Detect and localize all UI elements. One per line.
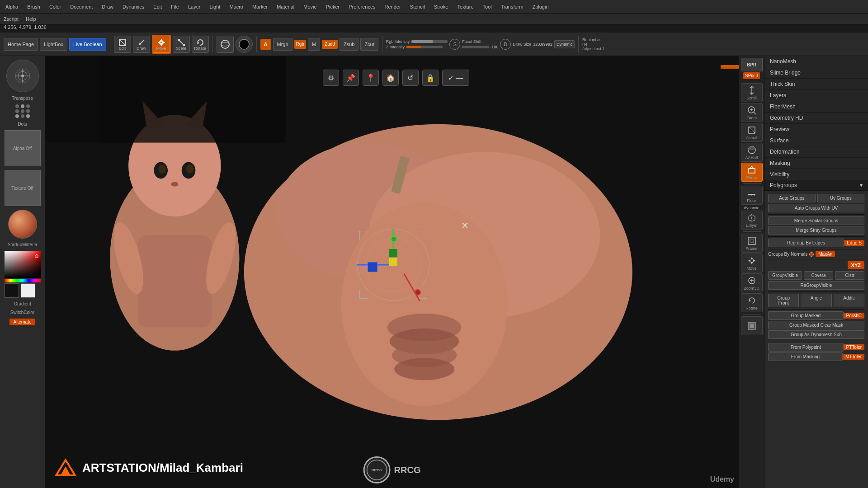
spix-button[interactable]: SPix 3 [743, 72, 760, 79]
d-circle-button[interactable]: D [500, 39, 511, 50]
group-visible-button[interactable]: GroupVisible [768, 271, 802, 280]
menu-document[interactable]: Document [68, 3, 94, 10]
rgb-active-button[interactable]: Rgb [294, 40, 306, 49]
actual-button[interactable]: Actual [741, 123, 763, 142]
auto-groups-with-uv-button[interactable]: Auto Groups With UV [768, 204, 864, 212]
transform-gizmo[interactable] [357, 229, 429, 301]
group-as-dynamesh-button[interactable]: Group As Dynamesh Sub [768, 330, 864, 339]
bpr-button[interactable]: BPR [741, 58, 763, 71]
menu-macro[interactable]: Macro [227, 3, 245, 10]
max-an-value[interactable]: MaxAn [816, 251, 835, 257]
edit-button[interactable]: Edit [114, 36, 131, 53]
angle-button[interactable]: Angle [801, 294, 831, 307]
preview-nav-item[interactable]: Preview [764, 124, 868, 135]
a-mode-button[interactable]: A [260, 39, 271, 50]
menu-zplugin[interactable]: Zplugin [530, 3, 550, 10]
polygroups-section-header[interactable]: Polygroups ▾ [764, 180, 868, 191]
visibility-nav-item[interactable]: Visibility [764, 169, 868, 180]
merge-stray-button[interactable]: Merge Stray Groups [768, 226, 864, 235]
menu-edit[interactable]: Edit [151, 3, 164, 10]
scale-button[interactable]: Scale [173, 36, 190, 53]
menu-picker[interactable]: Picker [324, 3, 342, 10]
lock-icon-button[interactable]: 🔒 [422, 70, 439, 86]
floor-button[interactable]: Floor [741, 186, 763, 205]
lightbox-button[interactable]: LightBox [40, 38, 67, 51]
alpha-off-box[interactable]: Alpha Off [5, 130, 41, 166]
frame-button[interactable]: Frame [741, 234, 763, 253]
scroll-button[interactable]: Scroll [741, 83, 763, 102]
alternate-button[interactable]: Alternate [9, 319, 35, 325]
menu-tool[interactable]: Tool [481, 3, 494, 10]
gizmo-y-handle[interactable] [389, 249, 397, 257]
home-icon-button[interactable]: 🏠 [382, 70, 399, 86]
from-polypaint-button[interactable]: From Polypaint [768, 343, 844, 352]
regroup-visible-button[interactable]: ReGroupVisible [768, 281, 864, 290]
menu-stroke[interactable]: Stroke [432, 3, 450, 10]
ptoler-value[interactable]: PTToler [844, 344, 864, 350]
gizmo-x-handle[interactable] [368, 262, 377, 272]
geometry-hd-nav-item[interactable]: Geometry HD [764, 113, 868, 124]
edge-s-value[interactable]: Edge S [844, 240, 864, 246]
menu-preferences[interactable]: Preferences [347, 3, 377, 10]
transpose-tool[interactable] [6, 60, 39, 92]
menu-material[interactable]: Material [275, 3, 296, 10]
polishc-value[interactable]: PolishC [844, 313, 864, 319]
surface-nav-item[interactable]: Surface [764, 135, 868, 146]
zoom3d-button[interactable]: Zoom3D [741, 273, 763, 292]
menu-stencil[interactable]: Stencil [408, 3, 427, 10]
move-view-button[interactable]: Move [741, 253, 763, 272]
menu-brush[interactable]: Brush [25, 3, 42, 10]
sphere-tool-button[interactable] [217, 36, 234, 53]
fibermesh-nav-item[interactable]: FiberMesh [764, 101, 868, 113]
menu-alpha[interactable]: Alpha [4, 3, 20, 10]
lsym-button[interactable]: L.Sym [741, 211, 763, 230]
additi-button[interactable]: Additi [834, 294, 864, 307]
layers-nav-item[interactable]: Layers [764, 90, 868, 101]
zoom-button[interactable]: Zoom [741, 103, 763, 122]
fill-button[interactable] [741, 316, 763, 335]
menu-render[interactable]: Render [383, 3, 403, 10]
color-gradient[interactable] [5, 251, 41, 278]
brush-sphere-button[interactable] [236, 36, 253, 53]
group-masked-button[interactable]: Group Masked [768, 311, 844, 320]
rotate-button[interactable]: Rotate [192, 36, 209, 53]
persp-button[interactable]: Persp [741, 163, 763, 182]
group-masked-clear-mask-button[interactable]: Group Masked Clear Mask [768, 321, 864, 329]
check-icon-button[interactable]: ✓ — [442, 70, 469, 86]
nanomesh-nav-item[interactable]: NanoMesh [764, 56, 868, 67]
from-masking-button[interactable]: From Masking [768, 352, 843, 361]
covera-button[interactable]: Covera [804, 271, 833, 280]
menu-dynamics[interactable]: Dynamics [121, 3, 146, 10]
s-circle-button[interactable]: S [449, 39, 460, 50]
menu-marker[interactable]: Marker [250, 3, 269, 10]
mtoler-value[interactable]: MTToler [843, 354, 864, 360]
viewport[interactable]: ⚙ 📌 📍 🏠 ↺ 🔒 ✓ — [45, 56, 739, 488]
z-intensity-slider[interactable] [406, 46, 443, 48]
menu-draw[interactable]: Draw [100, 3, 115, 10]
menu-file[interactable]: File [169, 3, 181, 10]
deformation-nav-item[interactable]: Deformation [764, 146, 868, 158]
menu-texture[interactable]: Texture [455, 3, 475, 10]
gizmo-center-handle[interactable] [389, 258, 397, 266]
settings-icon-button[interactable]: ⚙ [323, 70, 339, 86]
black-swatch[interactable] [5, 283, 19, 298]
aahalf-button[interactable]: AAHalf [741, 143, 763, 162]
xyz-button[interactable]: XYZ [848, 261, 864, 269]
menu-layer[interactable]: Layer [186, 3, 203, 10]
m-button[interactable]: M [308, 38, 320, 51]
pin-icon-button[interactable]: 📌 [343, 70, 359, 86]
group-front-button[interactable]: Group Front [768, 294, 799, 307]
location-icon-button[interactable]: 📍 [363, 70, 379, 86]
auto-groups-button[interactable]: Auto Groups [768, 194, 816, 202]
rgb-intensity-slider[interactable] [411, 40, 448, 43]
move-button[interactable]: Move [153, 36, 170, 53]
menu-help[interactable]: Help [26, 16, 36, 22]
zsub-button[interactable]: Zsub [340, 38, 359, 51]
rotate-view-button[interactable]: Rotate [741, 293, 763, 312]
menu-color[interactable]: Color [47, 3, 63, 10]
regroup-edges-button[interactable]: Regroup By Edges [768, 239, 844, 247]
undo-icon-button[interactable]: ↺ [402, 70, 419, 86]
masking-nav-item[interactable]: Masking [764, 158, 868, 169]
zadd-button[interactable]: Zadd [322, 40, 338, 49]
mrgb-button[interactable]: Mrgb [273, 38, 292, 51]
